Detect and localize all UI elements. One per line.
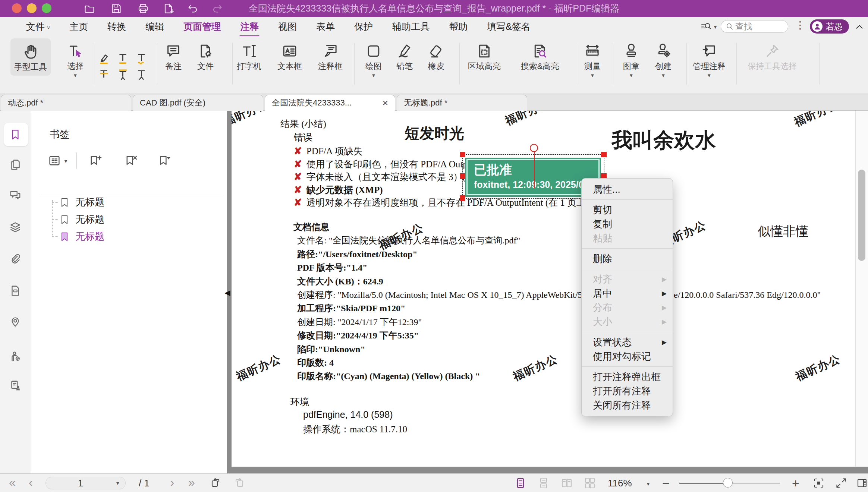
menu-comment[interactable]: 注释: [240, 20, 259, 33]
menu-accessibility[interactable]: 辅助工具: [392, 20, 430, 33]
area-highlight-tool-button[interactable]: 区域高亮: [468, 39, 501, 72]
tab-document-2[interactable]: CAD 图.pdf (安全): [133, 95, 263, 111]
chevron-down-icon[interactable]: ▼: [115, 480, 120, 486]
insert-text-tool-icon[interactable]: [135, 68, 148, 81]
resize-handle-top-right[interactable]: [601, 152, 607, 157]
highlight-tool-icon[interactable]: [97, 51, 111, 65]
menu-edit[interactable]: 编辑: [145, 20, 164, 33]
rotate-handle[interactable]: [530, 144, 538, 152]
stamp-tool-button[interactable]: 图章 ▼: [623, 39, 639, 78]
page-number-value[interactable]: 1: [46, 478, 115, 489]
prev-page-icon[interactable]: ‹: [29, 474, 33, 492]
menu-page-management[interactable]: 页面管理: [183, 20, 221, 33]
pages-icon[interactable]: [9, 158, 22, 171]
callout-tool-button[interactable]: 注释框: [318, 39, 343, 72]
resize-handle-bottom-left[interactable]: [460, 195, 465, 201]
hand-tool-button[interactable]: 手型工具: [10, 38, 51, 76]
last-page-icon[interactable]: »: [188, 474, 195, 492]
tab-document-4[interactable]: 无标题.pdf *: [397, 95, 527, 111]
menu-view[interactable]: 视图: [278, 20, 297, 33]
facing-icon[interactable]: [561, 477, 573, 489]
zoom-out-icon[interactable]: −: [662, 474, 670, 492]
menu-fill-sign[interactable]: 填写&签名: [487, 20, 531, 33]
squiggly-underline-tool-icon[interactable]: [135, 51, 148, 65]
underline-tool-icon[interactable]: [116, 51, 130, 65]
scrollbar-thumb[interactable]: [858, 170, 865, 261]
fit-page-icon[interactable]: [813, 477, 825, 489]
menu-item-open-all-notes[interactable]: 打开所有注释: [582, 384, 673, 398]
chevron-down-icon[interactable]: ▼: [646, 481, 651, 487]
replace-text-tool-icon[interactable]: [116, 68, 130, 81]
fullscreen-icon[interactable]: [835, 477, 847, 489]
signature-icon[interactable]: [9, 350, 22, 363]
bookmark-item-3-selected[interactable]: 无标题: [59, 230, 104, 243]
chevron-down-icon[interactable]: ▼: [713, 24, 718, 30]
measure-tool-button[interactable]: 测量 ▼: [584, 39, 601, 78]
user-account-button[interactable]: 若愚: [810, 19, 849, 34]
attachments-icon[interactable]: [9, 253, 22, 265]
layers-icon[interactable]: [9, 221, 22, 234]
resize-handle-mid-left[interactable]: [460, 173, 465, 179]
destinations-icon[interactable]: [9, 315, 22, 328]
summary-icon[interactable]: [9, 284, 22, 297]
fields-icon[interactable]: [9, 379, 22, 392]
menu-item-copy[interactable]: 复制: [582, 217, 673, 231]
resize-handle-top-left[interactable]: [460, 152, 465, 157]
menu-help[interactable]: 帮助: [449, 20, 468, 33]
first-page-icon[interactable]: «: [9, 474, 16, 492]
strikeout-tool-icon[interactable]: [97, 68, 111, 81]
file-attachment-tool-button[interactable]: 文件: [197, 39, 214, 72]
menu-item-set-status[interactable]: 设置状态▶: [582, 335, 673, 349]
eraser-tool-button[interactable]: 橡皮: [428, 39, 444, 72]
bookmark-item-1[interactable]: 无标题: [59, 196, 104, 209]
menu-convert[interactable]: 转换: [107, 20, 126, 33]
search-input[interactable]: [735, 21, 777, 32]
previous-view-icon[interactable]: [210, 477, 221, 489]
next-page-icon[interactable]: ›: [170, 474, 174, 492]
bookmark-list-menu-icon[interactable]: [48, 154, 61, 167]
collapse-panel-handle[interactable]: ◀: [224, 285, 231, 300]
search-highlight-tool-button[interactable]: 搜索&高亮: [521, 39, 559, 72]
typewriter-tool-button[interactable]: 打字机: [237, 39, 261, 72]
bookmark-options-icon[interactable]: [158, 154, 172, 167]
more-options-icon[interactable]: ⋮: [795, 19, 805, 31]
annotation-text[interactable]: 短发时光: [405, 123, 464, 144]
panel-toggle-icon[interactable]: [856, 477, 868, 489]
continuous-icon[interactable]: [538, 477, 550, 489]
search-options-icon[interactable]: [700, 21, 712, 33]
collapse-toolbar-icon[interactable]: [854, 21, 865, 32]
menu-item-close-all-notes[interactable]: 关闭所有注释: [582, 398, 673, 412]
menu-item-properties[interactable]: 属性...: [582, 182, 673, 196]
single-page-icon[interactable]: [515, 477, 526, 489]
delete-bookmark-icon[interactable]: [125, 154, 138, 167]
menu-protect[interactable]: 保护: [354, 20, 373, 33]
menu-home[interactable]: 主页: [69, 20, 88, 33]
bookmarks-icon[interactable]: [9, 128, 22, 141]
close-icon[interactable]: ×: [383, 99, 388, 107]
annotation-text[interactable]: 似懂非懂: [758, 223, 808, 240]
page-number-box[interactable]: 1 ▼: [45, 477, 126, 489]
create-stamp-button[interactable]: 创建 ▼: [655, 39, 672, 78]
manage-comments-button[interactable]: 管理注释 ▼: [693, 39, 726, 78]
zoom-slider-thumb[interactable]: [723, 478, 733, 488]
tab-document-1[interactable]: 动态.pdf *: [1, 95, 131, 111]
pencil-tool-button[interactable]: 铅笔: [396, 39, 413, 72]
zoom-level[interactable]: 116%: [608, 474, 632, 492]
add-bookmark-icon[interactable]: [89, 154, 102, 167]
annotation-text[interactable]: 我叫余欢水: [611, 126, 716, 155]
zoom-in-icon[interactable]: +: [792, 474, 799, 492]
menu-item-center[interactable]: 居中▶: [582, 286, 673, 300]
textbox-tool-button[interactable]: 文本框: [277, 39, 302, 72]
vertical-scrollbar[interactable]: [855, 111, 868, 467]
drawing-tool-button[interactable]: 绘图 ▼: [365, 39, 382, 78]
tab-document-3-active[interactable]: 全国法院失4233333... ×: [265, 95, 395, 111]
menu-item-checkmark[interactable]: 使用对勾标记: [582, 349, 673, 363]
menu-file[interactable]: 文件˅: [26, 20, 50, 33]
menu-form[interactable]: 表单: [316, 20, 335, 33]
bookmark-item-2[interactable]: 无标题: [59, 213, 104, 226]
menu-item-cut[interactable]: 剪切: [582, 203, 673, 217]
chevron-down-icon[interactable]: ▼: [63, 158, 68, 164]
facing-continuous-icon[interactable]: [584, 477, 596, 489]
select-tool-button[interactable]: 选择 ▼: [67, 39, 84, 78]
menu-item-delete[interactable]: 删除: [582, 252, 673, 266]
